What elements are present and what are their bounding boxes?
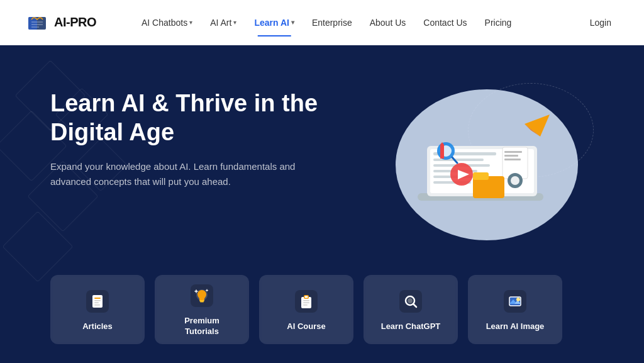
nav-item-enterprise[interactable]: Enterprise <box>304 14 360 31</box>
svg-rect-35 <box>94 298 101 299</box>
chevron-down-icon: ▾ <box>291 19 294 26</box>
hero-text: Learn AI & Thrive in theDigital Age Expa… <box>50 77 318 189</box>
logo[interactable]: AI-PRO <box>25 11 96 35</box>
svg-rect-42 <box>200 301 204 303</box>
card-ai-course-label: AI Course <box>287 321 325 332</box>
svg-rect-50 <box>305 296 308 298</box>
nav-item-about-us[interactable]: About Us <box>362 14 414 31</box>
nav-item-login[interactable]: Login <box>582 14 619 31</box>
card-learn-chatgpt-label: Learn ChatGPT <box>381 321 441 332</box>
svg-rect-29 <box>440 145 444 159</box>
card-learn-ai-image-label: Learn AI Image <box>486 321 545 332</box>
chevron-down-icon: ▾ <box>189 19 192 26</box>
svg-rect-53 <box>303 304 308 306</box>
svg-rect-52 <box>303 302 309 303</box>
nav-item-ai-chatbots[interactable]: AI Chatbots ▾ <box>134 14 200 31</box>
svg-rect-2 <box>28 17 37 30</box>
logo-icon <box>25 11 49 35</box>
svg-rect-36 <box>94 300 101 301</box>
svg-point-25 <box>511 176 519 185</box>
learn-ai-image-icon <box>501 288 529 315</box>
svg-rect-11 <box>433 159 484 161</box>
hero-section: Learn AI & Thrive in theDigital Age Expa… <box>0 45 644 363</box>
ai-course-icon <box>292 288 320 315</box>
hero-cards: Articles PremiumTutorials <box>0 275 644 363</box>
svg-rect-18 <box>504 155 518 157</box>
hero-illustration <box>380 77 594 253</box>
svg-rect-38 <box>94 304 100 306</box>
svg-rect-17 <box>504 151 522 153</box>
svg-rect-41 <box>199 300 204 301</box>
hero-content: Learn AI & Thrive in theDigital Age Expa… <box>0 45 644 275</box>
chevron-down-icon: ▾ <box>233 19 236 26</box>
nav-item-contact-us[interactable]: Contact Us <box>416 14 474 31</box>
hero-subtitle: Expand your knowledge about AI. Learn fu… <box>50 159 314 189</box>
svg-rect-23 <box>473 172 489 180</box>
hero-title: Learn AI & Thrive in theDigital Age <box>50 89 318 147</box>
card-learn-ai-image[interactable]: Learn AI Image <box>468 275 562 344</box>
svg-rect-51 <box>303 300 309 301</box>
card-articles[interactable]: Articles <box>50 275 145 344</box>
premium-tutorials-icon <box>188 282 216 310</box>
articles-icon <box>84 288 111 315</box>
svg-point-56 <box>408 298 413 303</box>
card-premium-tutorials-label: PremiumTutorials <box>184 316 219 337</box>
svg-rect-34 <box>92 295 103 308</box>
header: AI-PRO AI Chatbots ▾ AI Art ▾ Learn AI ▾… <box>0 0 644 45</box>
learn-chatgpt-icon <box>397 288 425 315</box>
card-learn-chatgpt[interactable]: Learn ChatGPT <box>364 275 458 344</box>
svg-point-63 <box>516 298 520 301</box>
nav: AI Chatbots ▾ AI Art ▾ Learn AI ▾ Enterp… <box>134 14 619 31</box>
nav-item-pricing[interactable]: Pricing <box>477 14 519 31</box>
card-premium-tutorials[interactable]: PremiumTutorials <box>155 275 249 344</box>
svg-rect-19 <box>504 159 521 160</box>
svg-rect-37 <box>94 302 99 303</box>
logo-text: AI-PRO <box>54 15 96 30</box>
card-ai-course[interactable]: AI Course <box>259 275 353 344</box>
nav-item-ai-art[interactable]: AI Art ▾ <box>203 14 244 31</box>
nav-item-learn-ai[interactable]: Learn AI ▾ <box>247 14 302 31</box>
card-articles-label: Articles <box>82 321 113 332</box>
